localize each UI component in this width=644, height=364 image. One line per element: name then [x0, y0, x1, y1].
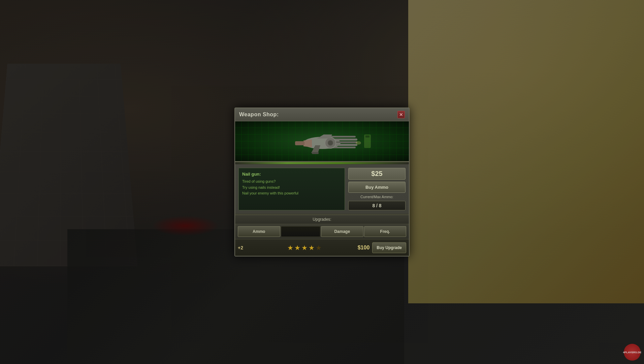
progress-strip [235, 162, 409, 164]
star-3: ★ [301, 244, 308, 252]
tab-spacer [281, 226, 321, 237]
modal-overlay: Weapon Shop: ✕ [0, 0, 644, 364]
weapon-description: Tired of using guns? Try using nails ins… [242, 179, 341, 196]
separator [235, 214, 409, 215]
svg-rect-4 [330, 136, 356, 138]
svg-rect-12 [365, 135, 369, 138]
star-4: ★ [309, 244, 315, 252]
svg-point-7 [328, 140, 333, 146]
upgrade-price: $100 [358, 245, 370, 251]
buy-upgrade-button[interactable]: Buy Upgrade [372, 242, 406, 253]
tab-damage[interactable]: Damage [321, 226, 363, 237]
buy-ammo-button[interactable]: Buy Ammo [348, 182, 406, 193]
weapon-image-area [235, 121, 409, 162]
description-box: Nail gun: Tired of using guns? Try using… [238, 168, 345, 210]
upgrade-tabs: Ammo Damage Freq. [235, 224, 409, 239]
svg-rect-9 [295, 141, 304, 145]
weapon-price: $25 [348, 168, 406, 180]
upgrade-bottom: +2 ★ ★ ★ ★ ★ $100 Buy Upgrade [235, 239, 409, 256]
ammo-display: 8 / 8 [348, 201, 406, 210]
weapon-svg [268, 124, 376, 158]
tab-ammo[interactable]: Ammo [238, 226, 280, 237]
upgrade-increment: +2 [238, 245, 251, 250]
tab-freq[interactable]: Freq. [364, 226, 407, 237]
shop-content: Nail gun: Tired of using guns? Try using… [235, 164, 409, 214]
star-5: ★ [316, 244, 322, 252]
svg-rect-8 [312, 152, 319, 154]
weapon-shop-dialog: Weapon Shop: ✕ [234, 108, 410, 256]
title-bar: Weapon Shop: ✕ [235, 108, 409, 121]
close-button[interactable]: ✕ [397, 111, 405, 118]
stars-container: ★ ★ ★ ★ ★ [251, 244, 358, 252]
shop-title: Weapon Shop: [239, 112, 279, 118]
weapon-name: Nail gun: [242, 172, 341, 177]
star-1: ★ [287, 244, 293, 252]
upgrades-label: Upgrades: [235, 215, 409, 224]
right-panel: $25 Buy Ammo Current/Max Ammo: 8 / 8 [348, 168, 406, 210]
watermark: 4PLAYERS.DE [624, 344, 641, 361]
ammo-label: Current/Max Ammo: [360, 195, 393, 199]
weapon-display [235, 121, 409, 161]
star-2: ★ [294, 244, 300, 252]
svg-point-10 [356, 141, 361, 145]
upgrades-section: Upgrades: Ammo Damage Freq. +2 ★ ★ ★ ★ ★… [235, 215, 409, 256]
